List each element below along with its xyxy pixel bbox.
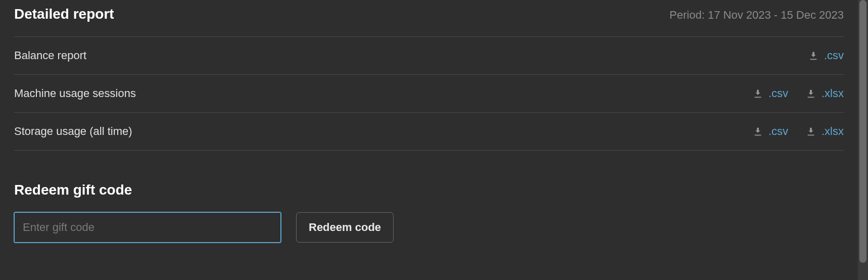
download-icon [752, 88, 763, 99]
report-label: Machine usage sessions [14, 87, 136, 100]
report-row-machine-usage: Machine usage sessions .csv .xlsx [14, 75, 844, 113]
redeem-form: Redeem code [14, 212, 844, 243]
report-label: Balance report [14, 49, 86, 62]
download-icon [752, 126, 763, 137]
download-csv-link[interactable]: .csv [808, 49, 844, 62]
download-group: .csv .xlsx [752, 87, 844, 100]
redeem-code-button[interactable]: Redeem code [296, 212, 394, 243]
scrollbar-thumb[interactable] [859, 0, 866, 263]
report-period: Period: 17 Nov 2023 - 15 Dec 2023 [669, 9, 844, 22]
scrollbar-track[interactable] [858, 0, 868, 280]
download-ext: .csv [768, 87, 788, 100]
download-ext: .xlsx [822, 125, 844, 138]
download-group: .csv .xlsx [752, 125, 844, 138]
detailed-report-title: Detailed report [14, 6, 114, 22]
gift-code-input[interactable] [14, 212, 281, 243]
report-row-balance: Balance report .csv [14, 37, 844, 75]
redeem-gift-code-title: Redeem gift code [14, 182, 844, 198]
detailed-report-header: Detailed report Period: 17 Nov 2023 - 15… [14, 6, 844, 37]
download-ext: .csv [768, 125, 788, 138]
download-csv-link[interactable]: .csv [752, 125, 788, 138]
download-ext: .csv [824, 49, 844, 62]
download-group: .csv [808, 49, 844, 62]
download-icon [808, 50, 819, 61]
report-label: Storage usage (all time) [14, 125, 132, 138]
download-xlsx-link[interactable]: .xlsx [805, 125, 844, 138]
report-row-storage-usage: Storage usage (all time) .csv .xlsx [14, 113, 844, 151]
download-ext: .xlsx [822, 87, 844, 100]
download-icon [805, 126, 816, 137]
download-csv-link[interactable]: .csv [752, 87, 788, 100]
download-icon [805, 88, 816, 99]
redeem-section: Redeem gift code Redeem code [14, 182, 844, 243]
download-xlsx-link[interactable]: .xlsx [805, 87, 844, 100]
